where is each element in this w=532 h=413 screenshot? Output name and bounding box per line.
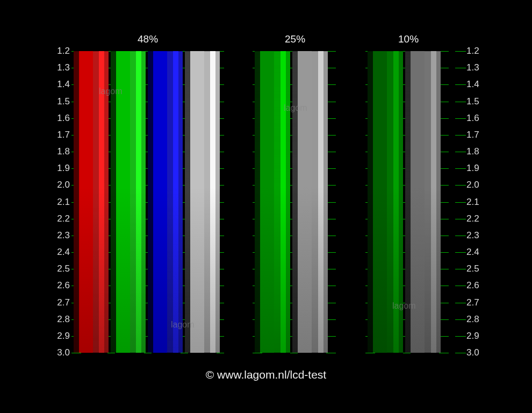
column-red <box>74 51 109 353</box>
stripe <box>373 51 387 353</box>
gamma-tick-mark <box>217 353 224 353</box>
stripe <box>74 51 79 353</box>
stripe <box>281 51 286 353</box>
stripe <box>136 51 141 353</box>
stripe <box>148 51 153 353</box>
stripe <box>292 51 298 353</box>
stripe <box>111 51 116 353</box>
column-green <box>255 51 290 353</box>
stripe <box>286 51 290 353</box>
stripe <box>318 51 324 353</box>
stripe <box>178 51 183 353</box>
stripe <box>411 51 425 353</box>
column-grey <box>405 51 441 353</box>
stripe <box>260 51 274 353</box>
stripe <box>387 51 393 353</box>
stripe <box>274 51 280 353</box>
stripe <box>173 51 178 353</box>
gamma-tick-mark <box>365 353 375 353</box>
stripe <box>215 51 220 353</box>
stripe <box>405 51 411 353</box>
stripe <box>79 51 93 353</box>
column-green <box>111 51 146 353</box>
gamma-tick-mark <box>403 353 411 353</box>
stripe <box>93 51 99 353</box>
gamma-tick-mark <box>326 353 336 353</box>
column-blue <box>148 51 183 353</box>
footer-credit: © www.lagom.nl/lcd-test <box>0 368 532 381</box>
gamma-tick-mark <box>181 353 188 353</box>
stripe <box>399 51 403 353</box>
column-grey <box>292 51 328 353</box>
stripe <box>116 51 130 353</box>
stripe <box>436 51 441 353</box>
stripe <box>141 51 146 353</box>
stripe <box>99 51 104 353</box>
gamma-tick-mark <box>144 353 152 353</box>
stripe <box>190 51 204 353</box>
stripe <box>393 51 399 353</box>
stripe <box>210 51 215 353</box>
stripe <box>167 51 173 353</box>
stripe <box>425 51 430 353</box>
gamma-tick-mark <box>253 353 262 353</box>
stripe <box>368 51 373 353</box>
stripe <box>104 51 109 353</box>
stripe <box>204 51 210 353</box>
stripe <box>298 51 312 353</box>
column-grey <box>185 51 220 353</box>
panel-p48 <box>74 51 222 353</box>
panel-p25 <box>255 51 330 353</box>
panel-p10 <box>368 51 443 353</box>
stripe <box>130 51 136 353</box>
stripe <box>153 51 167 353</box>
gamma-tick-mark <box>107 353 115 353</box>
stripe-panels <box>0 51 532 353</box>
stripe <box>312 51 318 353</box>
stripe <box>255 51 260 353</box>
gamma-tick-mark <box>439 353 449 353</box>
gamma-tick-mark <box>290 353 298 353</box>
stripe <box>431 51 437 353</box>
stripe <box>185 51 190 353</box>
stripe <box>323 51 328 353</box>
column-green <box>368 51 403 353</box>
gamma-tick-mark <box>71 353 81 353</box>
gamma-tick-mark <box>455 353 466 353</box>
